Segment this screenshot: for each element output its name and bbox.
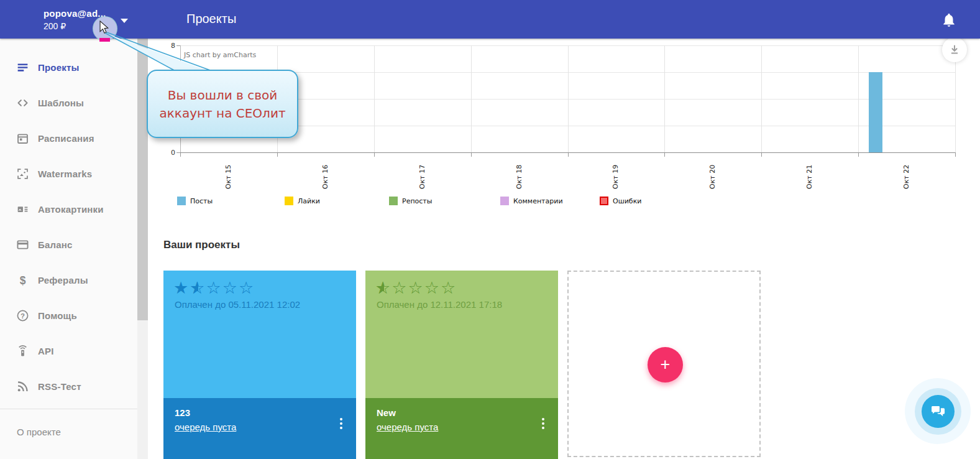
x-axis-label: Окт 17 bbox=[418, 158, 426, 189]
project-menu-button[interactable] bbox=[337, 414, 345, 433]
star-icon: ☆★ bbox=[375, 278, 392, 298]
x-axis-label: Окт 22 bbox=[902, 158, 910, 189]
star-icon: ★ bbox=[173, 278, 190, 298]
chat-icon bbox=[929, 402, 946, 420]
axis-tick bbox=[761, 152, 762, 157]
project-card-footer: 123 очередь пуста bbox=[163, 398, 356, 459]
project-card: ★☆★☆☆☆ Оплачен до 05.11.2021 12:02 123 о… bbox=[163, 271, 356, 459]
help-circle-icon: ? bbox=[16, 309, 29, 323]
svg-text:$: $ bbox=[19, 274, 25, 287]
legend-label: Комментарии bbox=[513, 197, 563, 205]
sidebar-item-referrals[interactable]: $Рефералы bbox=[0, 262, 137, 298]
svg-text:?: ? bbox=[21, 312, 25, 320]
sidebar-item-projects[interactable]: Проекты bbox=[0, 50, 137, 85]
code-icon bbox=[16, 96, 29, 110]
amcharts-brand-link[interactable]: JS chart by amCharts bbox=[184, 51, 256, 59]
rss-icon bbox=[16, 380, 29, 394]
star-icon: ☆ bbox=[424, 278, 441, 298]
legend-item-Комментарии[interactable]: Комментарии bbox=[500, 197, 563, 205]
gridline bbox=[858, 45, 859, 152]
project-rating-stars[interactable]: ☆★☆☆☆☆ bbox=[375, 278, 457, 298]
sidebar-item-about[interactable]: О проекте bbox=[17, 427, 61, 437]
sidebar-item-label: API bbox=[38, 346, 54, 356]
chart-download-button[interactable] bbox=[942, 37, 967, 62]
x-axis-label: Окт 19 bbox=[611, 158, 620, 189]
legend-label: Ошибки bbox=[613, 197, 641, 205]
download-icon bbox=[948, 43, 961, 57]
axis-tick bbox=[277, 152, 278, 157]
sidebar-item-label: Помощь bbox=[38, 310, 77, 321]
app-bar: popova@ad... 200 ₽ Проекты bbox=[0, 0, 980, 39]
sidebar-item-watermarks[interactable]: Watermarks bbox=[0, 156, 137, 192]
project-menu-button[interactable] bbox=[539, 414, 547, 433]
legend-item-Ошибки[interactable]: Ошибки bbox=[600, 197, 641, 205]
gridline bbox=[568, 45, 569, 152]
project-paid-until: Оплачен до 05.11.2021 12:02 bbox=[175, 299, 300, 310]
axis-tick bbox=[471, 152, 472, 157]
sidebar-item-label: RSS-Тест bbox=[38, 381, 81, 392]
sidebar-item-label: Проекты bbox=[38, 62, 80, 73]
legend-swatch bbox=[600, 197, 608, 205]
sidebar-divider bbox=[0, 409, 137, 409]
star-icon: ☆ bbox=[239, 278, 255, 298]
legend-label: Лайки bbox=[298, 197, 320, 205]
sidebar-item-label: Баланс bbox=[38, 239, 73, 250]
legend-swatch bbox=[177, 197, 186, 205]
image-list-icon bbox=[16, 203, 29, 216]
sidebar-item-templates[interactable]: Шаблоны bbox=[0, 85, 137, 121]
chat-widget-button[interactable] bbox=[905, 378, 971, 444]
chart-bar-Посты[interactable] bbox=[869, 72, 882, 152]
credit-card-icon bbox=[16, 238, 29, 252]
legend-item-Лайки[interactable]: Лайки bbox=[285, 197, 320, 205]
x-axis-label: Окт 18 bbox=[515, 158, 523, 189]
sidebar-item-balance[interactable]: Баланс bbox=[0, 227, 137, 262]
sidebar-item-api[interactable]: API bbox=[0, 333, 137, 369]
star-icon: ☆ bbox=[408, 278, 424, 298]
legend-item-Посты[interactable]: Посты bbox=[177, 197, 213, 205]
axis-tick bbox=[955, 152, 956, 157]
sidebar-item-label: Автокартинки bbox=[38, 204, 104, 215]
project-queue-link[interactable]: очередь пуста bbox=[377, 422, 438, 432]
project-queue-link[interactable]: очередь пуста bbox=[175, 422, 236, 432]
sidebar-item-label: Рефералы bbox=[38, 275, 88, 285]
calendar-icon bbox=[16, 132, 29, 146]
x-axis bbox=[180, 152, 955, 153]
add-project-card[interactable]: + bbox=[567, 271, 761, 457]
project-card-footer: New очередь пуста bbox=[365, 398, 558, 459]
axis-tick bbox=[176, 45, 180, 46]
chat-widget-ring bbox=[915, 388, 961, 435]
chevron-down-icon[interactable] bbox=[121, 19, 128, 23]
projects-heading: Ваши проекты bbox=[163, 239, 240, 251]
x-axis-label: Окт 20 bbox=[708, 158, 717, 189]
project-rating-stars[interactable]: ★☆★☆☆☆ bbox=[173, 278, 255, 298]
sidebar-menu: ПроектыШаблоныРасписанияWatermarksАвтока… bbox=[0, 39, 137, 404]
user-email: popova@ad... bbox=[44, 8, 106, 19]
axis-tick bbox=[664, 152, 665, 157]
app-window: 08Окт 15Окт 16Окт 17Окт 18Окт 19Окт 20Ок… bbox=[0, 0, 980, 459]
avatar[interactable] bbox=[11, 6, 37, 32]
star-icon: ☆★ bbox=[190, 278, 206, 298]
legend-swatch bbox=[285, 197, 293, 205]
notifications-button[interactable] bbox=[941, 12, 957, 28]
project-title: New bbox=[377, 407, 396, 418]
project-paid-until: Оплачен до 12.11.2021 17:18 bbox=[377, 299, 502, 310]
axis-tick bbox=[858, 152, 859, 157]
legend-label: Посты bbox=[190, 197, 213, 205]
x-axis-label: Окт 16 bbox=[321, 158, 329, 189]
sidebar-item-label: Шаблоны bbox=[38, 98, 84, 108]
add-project-button[interactable]: + bbox=[648, 347, 683, 382]
star-icon: ☆ bbox=[392, 278, 408, 298]
star-icon: ☆ bbox=[222, 278, 239, 298]
gridline bbox=[761, 45, 762, 152]
frame-image-icon bbox=[16, 167, 29, 181]
page-title: Проекты bbox=[186, 12, 236, 26]
mouse-cursor bbox=[98, 21, 111, 34]
legend-label: Репосты bbox=[402, 197, 432, 205]
legend-item-Репосты[interactable]: Репосты bbox=[389, 197, 432, 205]
sidebar-item-help[interactable]: ?Помощь bbox=[0, 298, 137, 333]
sidebar-item-schedules[interactable]: Расписания bbox=[0, 121, 137, 156]
axis-tick bbox=[374, 152, 375, 157]
sidebar-item-autoimages[interactable]: Автокартинки bbox=[0, 192, 137, 227]
legend-swatch bbox=[389, 197, 398, 205]
sidebar-item-rss-test[interactable]: RSS-Тест bbox=[0, 369, 137, 404]
